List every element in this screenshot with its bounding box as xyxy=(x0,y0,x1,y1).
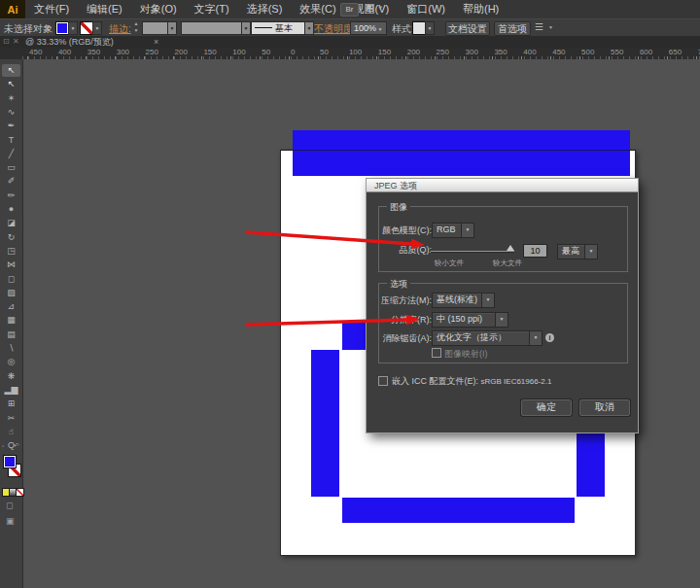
icc-label: 嵌入 ICC 配置文件(E): sRGB IEC61966-2.1 xyxy=(392,375,551,388)
color-model-select[interactable]: RGB ▼ xyxy=(432,223,474,238)
opacity-value[interactable]: 100% ▼ xyxy=(350,21,387,35)
bridge-icon[interactable]: Br xyxy=(340,3,359,17)
dialog-title[interactable]: JPEG 选项 xyxy=(367,179,638,192)
menu-item-3[interactable]: 文字(T) xyxy=(186,0,238,18)
stroke-color-dropdown-icon[interactable]: ▼ xyxy=(92,21,102,35)
default-fill-stroke-icon[interactable]: ▫ xyxy=(2,443,4,449)
ruler-label: 400 xyxy=(523,48,536,56)
lasso-tool[interactable]: ∿ xyxy=(2,106,20,119)
imagemap-checkbox[interactable] xyxy=(432,348,441,358)
chevron-down-icon: ▼ xyxy=(584,245,597,259)
cancel-button[interactable]: 取消 xyxy=(579,399,630,416)
resolution-select[interactable]: 中 (150 ppi) ▼ xyxy=(432,312,508,328)
artboard-tool[interactable]: ⊞ xyxy=(2,398,20,410)
fill-color-dropdown-icon[interactable]: ▼ xyxy=(68,21,78,35)
blue-rect-small[interactable] xyxy=(342,323,367,350)
symbol-sprayer-tool[interactable]: ❋ xyxy=(2,370,20,383)
swap-fill-stroke-icon[interactable]: ↶ xyxy=(14,442,19,450)
stroke-weight-dropdown-icon[interactable]: ▼ xyxy=(167,21,177,35)
ruler-label: 550 xyxy=(611,48,623,56)
blue-rect-bottom[interactable] xyxy=(342,498,575,523)
brush-definition-select[interactable] xyxy=(181,21,242,35)
stroke-weight-label[interactable]: 描边: xyxy=(109,22,131,36)
blend-tool[interactable]: ◎ xyxy=(2,356,20,368)
panel-dock-icon[interactable]: ⊡ xyxy=(3,36,10,48)
menu-item-5[interactable]: 效果(C) xyxy=(291,0,344,18)
free-transform-tool[interactable]: ◻ xyxy=(2,273,20,286)
eyedropper-tool[interactable]: ∖ xyxy=(2,342,20,355)
info-icon[interactable]: i xyxy=(545,333,554,342)
ruler-label: 350 xyxy=(88,48,100,56)
fill-color-swatch[interactable] xyxy=(55,21,69,35)
menu-item-4[interactable]: 选择(S) xyxy=(238,0,292,18)
brush-definition-dropdown-icon[interactable]: ▼ xyxy=(241,21,251,35)
stroke-color-swatch[interactable] xyxy=(80,21,93,35)
workspace-switcher-icon[interactable]: ⊞ ▼ xyxy=(366,2,383,15)
blue-rect-top[interactable] xyxy=(293,130,630,176)
scale-tool[interactable]: ◳ xyxy=(2,245,20,258)
artboard-edge xyxy=(280,150,636,151)
column-graph-tool[interactable]: ▂▆ xyxy=(2,384,20,397)
eraser-tool[interactable]: ◪ xyxy=(2,217,20,229)
menu-item-7[interactable]: 窗口(W) xyxy=(398,0,454,18)
line-segment-tool[interactable]: ╱ xyxy=(2,148,20,160)
ok-button[interactable]: 确定 xyxy=(521,399,572,416)
gradient-tool[interactable]: ▤ xyxy=(2,329,20,341)
mesh-tool[interactable]: ▦ xyxy=(2,314,20,327)
hand-tool[interactable]: ☝ xyxy=(2,426,20,438)
selection-tool[interactable]: ↖ xyxy=(2,64,20,77)
panel-close-icon[interactable]: ✕ xyxy=(13,36,19,48)
imagemap-label: 图像映射(I) xyxy=(444,348,488,361)
ruler-label: 250 xyxy=(437,48,449,56)
stroke-weight-stepper[interactable]: ▲▼ xyxy=(132,20,140,34)
menu-item-2[interactable]: 对象(O) xyxy=(131,0,186,18)
blue-rect-right[interactable] xyxy=(577,432,605,497)
canvas-area[interactable]: ↖↖✶∿✒T╱▭✐✏●◪↻◳⋈◻▨⊿▦▤∖◎❋▂▆⊞✂☝Q ▫ ↶ ◻ ▣ JP… xyxy=(0,59,700,588)
antialias-select[interactable]: 优化文字（提示） ▼ xyxy=(432,330,542,346)
quality-slider-track[interactable] xyxy=(431,251,514,253)
paintbrush-tool[interactable]: ✐ xyxy=(2,175,20,188)
shape-builder-tool[interactable]: ▨ xyxy=(2,287,20,299)
quality-preset-select[interactable]: 最高 ▼ xyxy=(557,244,598,259)
type-tool[interactable]: T xyxy=(2,134,20,147)
rotate-tool[interactable]: ↻ xyxy=(2,231,20,244)
ruler-label: 450 xyxy=(552,48,565,56)
compression-select[interactable]: 基线(标准) ▼ xyxy=(432,293,495,308)
menu-item-1[interactable]: 编辑(E) xyxy=(78,0,131,18)
ruler-label: 300 xyxy=(466,48,478,56)
rectangle-tool[interactable]: ▭ xyxy=(2,161,20,174)
screen-mode-icon[interactable]: ▣ xyxy=(6,516,15,526)
none-button[interactable] xyxy=(16,488,24,497)
menu-item-0[interactable]: 文件(F) xyxy=(25,0,78,18)
align-dropdown-icon[interactable]: ▼ xyxy=(548,24,553,30)
quality-value-input[interactable]: 10 xyxy=(523,244,547,258)
blue-rect-left[interactable] xyxy=(311,350,339,497)
align-icon[interactable]: ☰ xyxy=(535,21,543,32)
style-dropdown-icon[interactable]: ▼ xyxy=(425,21,435,35)
blob-brush-tool[interactable]: ● xyxy=(2,203,20,216)
quality-slider-handle[interactable] xyxy=(507,245,514,251)
document-setup-button[interactable]: 文档设置 xyxy=(445,21,490,36)
stroke-style-dropdown-icon[interactable]: ▼ xyxy=(304,21,314,35)
slice-tool[interactable]: ✂ xyxy=(2,412,20,425)
direct-selection-tool[interactable]: ↖ xyxy=(2,78,20,90)
magic-wand-tool[interactable]: ✶ xyxy=(2,92,20,105)
pencil-tool[interactable]: ✏ xyxy=(2,190,20,202)
fill-swatch[interactable] xyxy=(3,455,17,468)
compression-label: 压缩方法(M): xyxy=(372,294,432,307)
style-swatch[interactable] xyxy=(412,21,426,35)
perspective-grid-tool[interactable]: ⊿ xyxy=(2,300,20,313)
ruler-label: 200 xyxy=(175,48,188,56)
tab-close-icon[interactable]: × xyxy=(154,36,158,48)
document-tab[interactable]: @ 33.33% (RGB/预览) xyxy=(25,36,114,48)
drawing-mode-icon[interactable]: ◻ xyxy=(6,501,13,510)
menu-item-8[interactable]: 帮助(H) xyxy=(454,0,508,18)
width-tool[interactable]: ⋈ xyxy=(2,259,20,271)
selection-status: 未选择对象 xyxy=(4,22,52,36)
stroke-style-select[interactable]: 基本 xyxy=(251,21,305,35)
preferences-button[interactable]: 首选项 xyxy=(494,21,531,36)
pen-tool[interactable]: ✒ xyxy=(2,120,20,132)
stroke-weight-value[interactable] xyxy=(142,21,168,35)
icc-checkbox[interactable] xyxy=(378,376,388,386)
ruler-label: 150 xyxy=(378,48,391,56)
